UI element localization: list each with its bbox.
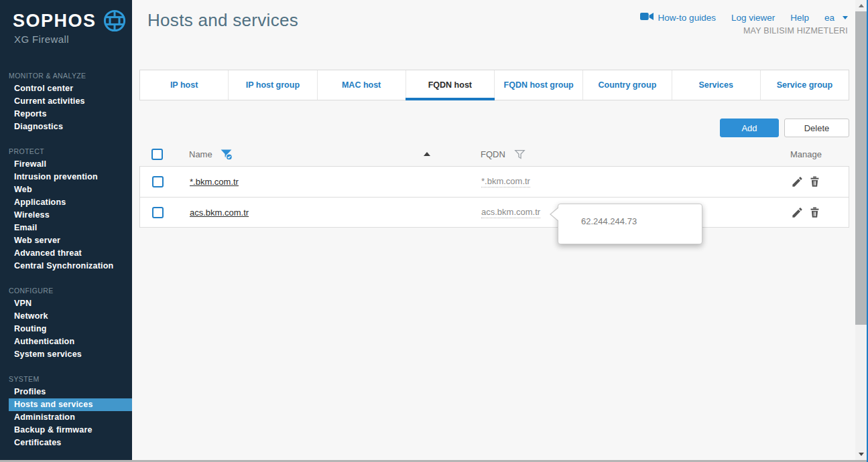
vertical-scrollbar[interactable] (855, 0, 867, 460)
account-name: MAY BILISIM HIZMETLERI (640, 26, 848, 35)
section-label: PROTECT (0, 147, 132, 157)
table-row: acs.bkm.com.tr acs.bkm.com.tr (139, 197, 849, 228)
trash-icon[interactable] (808, 175, 821, 188)
sidebar-item-intrusion-prevention[interactable]: Intrusion prevention (0, 171, 132, 183)
howto-guides-link[interactable]: How-to guides (640, 12, 716, 23)
tab-bar: IP host IP host group MAC host FQDN host… (139, 70, 849, 100)
tab-fqdn-host-group[interactable]: FQDN host group (495, 70, 583, 100)
sidebar-item-web[interactable]: Web (0, 183, 132, 196)
tab-ip-host-group[interactable]: IP host group (229, 70, 317, 100)
tab-fqdn-host[interactable]: FQDN host (406, 70, 495, 100)
section-label: CONFIGURE (0, 287, 132, 296)
row-checkbox[interactable] (152, 207, 164, 218)
sidebar-item-network[interactable]: Network (0, 310, 132, 323)
select-all-checkbox[interactable] (151, 149, 163, 160)
scroll-up-arrow-icon[interactable] (855, 0, 867, 11)
sidebar-item-authentication[interactable]: Authentication (0, 335, 132, 348)
brand-logo: SOPHOS (0, 0, 132, 33)
trash-icon[interactable] (808, 206, 821, 219)
sidebar-item-central-synchronization[interactable]: Central Synchronization (0, 260, 132, 273)
section-label: MONITOR & ANALYZE (0, 72, 132, 81)
help-link[interactable]: Help (790, 13, 809, 23)
tab-service-group[interactable]: Service group (761, 70, 849, 100)
nav-section-configure: CONFIGURE VPN Network Routing Authentica… (0, 287, 132, 361)
funnel-icon[interactable] (513, 148, 526, 161)
tab-country-group[interactable]: Country group (583, 70, 672, 100)
sidebar-item-advanced-threat[interactable]: Advanced threat (0, 247, 132, 260)
add-button[interactable]: Add (720, 119, 779, 137)
sidebar-item-profiles[interactable]: Profiles (0, 386, 132, 398)
scroll-down-arrow-icon[interactable] (855, 449, 867, 460)
nav-section-system: SYSTEM Profiles Hosts and services Admin… (0, 375, 132, 449)
row-checkbox[interactable] (152, 176, 164, 187)
sidebar-item-certificates[interactable]: Certificates (0, 437, 132, 449)
page-title: Hosts and services (147, 10, 298, 31)
sidebar-item-wireless[interactable]: Wireless (0, 209, 132, 222)
table-header: Name FQDN (139, 142, 849, 166)
sidebar-item-control-center[interactable]: Control center (0, 82, 132, 95)
header-links: How-to guides Log viewer Help ea (640, 12, 848, 23)
pencil-icon[interactable] (791, 206, 804, 219)
sophos-wordmark: SOPHOS (13, 11, 97, 31)
sidebar-item-reports[interactable]: Reports (0, 108, 132, 121)
manage-column-header: Manage (790, 149, 822, 159)
sophos-shield-icon (103, 9, 127, 33)
page-header: Hosts and services How-to guides Log vie… (139, 0, 849, 70)
ip-tooltip: 62.244.244.73 (558, 204, 702, 244)
sidebar-item-routing[interactable]: Routing (0, 323, 132, 335)
sidebar-item-web-server[interactable]: Web server (0, 234, 132, 247)
scrollbar-thumb[interactable] (855, 11, 867, 325)
fqdn-value[interactable]: *.bkm.com.tr (481, 176, 530, 187)
app-window: SOPHOS XG Firewall MONITO (0, 0, 868, 462)
fqdn-column-header: FQDN (481, 149, 505, 159)
sidebar-item-current-activities[interactable]: Current activities (0, 95, 132, 108)
sidebar-item-hosts-and-services[interactable]: Hosts and services (9, 398, 132, 411)
pencil-icon[interactable] (791, 175, 804, 188)
section-label: SYSTEM (0, 375, 132, 384)
sidebar: SOPHOS XG Firewall MONITO (0, 0, 132, 460)
host-name-link[interactable]: *.bkm.com.tr (190, 177, 239, 187)
sidebar-item-vpn[interactable]: VPN (0, 297, 132, 310)
user-menu[interactable]: ea (824, 13, 848, 23)
caret-down-icon (843, 16, 848, 19)
table-row: *.bkm.com.tr *.bkm.com.tr (139, 166, 849, 197)
sidebar-item-firewall[interactable]: Firewall (0, 158, 132, 171)
nav-section-protect: PROTECT Firewall Intrusion prevention We… (0, 147, 132, 273)
log-viewer-link[interactable]: Log viewer (731, 13, 775, 23)
funnel-check-icon[interactable] (219, 147, 233, 161)
tab-ip-host[interactable]: IP host (140, 70, 229, 100)
tooltip-text: 62.244.244.73 (581, 216, 637, 226)
sidebar-item-system-services[interactable]: System services (0, 348, 132, 361)
tab-mac-host[interactable]: MAC host (318, 70, 406, 100)
sidebar-item-diagnostics[interactable]: Diagnostics (0, 121, 132, 133)
video-camera-icon (640, 12, 654, 23)
delete-button[interactable]: Delete (784, 119, 849, 137)
nav-section-monitor-analyze: MONITOR & ANALYZE Control center Current… (0, 72, 132, 133)
tab-services[interactable]: Services (672, 70, 761, 100)
sidebar-item-administration[interactable]: Administration (0, 411, 132, 424)
product-name: XG Firewall (0, 33, 132, 45)
sort-ascending-icon[interactable] (424, 152, 430, 156)
header-right: How-to guides Log viewer Help ea MAY BIL… (640, 10, 848, 35)
toolbar: Add Delete (139, 119, 849, 137)
sidebar-item-email[interactable]: Email (0, 222, 132, 234)
name-column-header: Name (189, 149, 212, 159)
main-content: Hosts and services How-to guides Log vie… (132, 0, 868, 462)
sidebar-item-backup-firmware[interactable]: Backup & firmware (0, 424, 132, 437)
host-name-link[interactable]: acs.bkm.com.tr (190, 208, 249, 218)
sidebar-nav: MONITOR & ANALYZE Control center Current… (0, 72, 132, 449)
fqdn-value[interactable]: acs.bkm.com.tr (481, 207, 540, 218)
sidebar-item-applications[interactable]: Applications (0, 196, 132, 209)
